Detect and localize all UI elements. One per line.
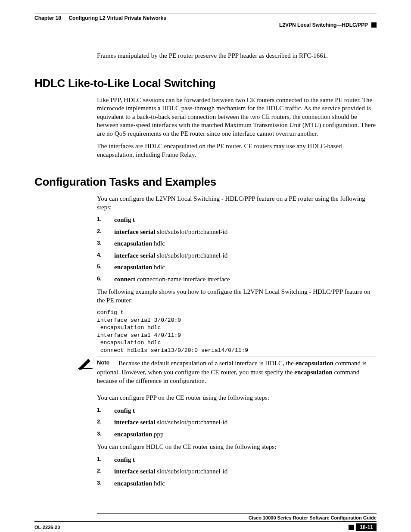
step-number: 3. xyxy=(97,430,109,439)
step-number: 2. xyxy=(97,228,109,236)
step-argument: slot/subslot/port:channel-id xyxy=(155,468,227,475)
step-number: 6. xyxy=(97,275,109,284)
hdlc-section: Like PPP, HDLC sessions can be forwarded… xyxy=(97,96,377,159)
step-argument: slot/subslot/port:channel-id xyxy=(155,419,227,426)
step-argument: connection-name interface interface xyxy=(135,276,230,283)
paragraph: You can configure PPP on the CE router u… xyxy=(97,394,377,402)
step-number: 2. xyxy=(97,418,109,427)
step-text: connect connection-name interface interf… xyxy=(114,275,230,284)
code-example: config t interface serial 3/0/20:0 encap… xyxy=(97,309,377,354)
step-text: encapsulation hdlc xyxy=(114,240,165,248)
step-argument: hdlc xyxy=(152,480,165,487)
chapter-label: Chapter 18 Configuring L2 Virtual Privat… xyxy=(34,15,166,21)
step-command: config t xyxy=(114,407,135,414)
steps-ppp-ce: 1.config t2.interface serial slot/subslo… xyxy=(97,407,377,439)
step-item: 1.config t xyxy=(97,216,377,224)
note-bold: encapsulation xyxy=(296,360,333,367)
step-number: 3. xyxy=(97,479,109,488)
step-item: 2.interface serial slot/subslot/port:cha… xyxy=(97,228,377,236)
step-number: 3. xyxy=(97,240,109,248)
step-argument: hdlc xyxy=(152,240,165,247)
step-text: encapsulation hdlc xyxy=(114,479,165,488)
footer-marker-icon xyxy=(349,525,354,530)
step-item: 3.encapsulation hdlc xyxy=(97,240,377,248)
step-text: encapsulation hdlc xyxy=(114,263,165,272)
paragraph: Like PPP, HDLC sessions can be forwarded… xyxy=(97,96,377,138)
steps-pe-router: 1.config t2.interface serial slot/subslo… xyxy=(97,216,377,283)
step-text: config t xyxy=(114,456,135,464)
step-text: interface serial slot/subslot/port:chann… xyxy=(114,418,227,427)
heading-hdlc-local-switching: HDLC Like-to-Like Local Switching xyxy=(34,77,377,90)
footer-right: 18-11 xyxy=(349,523,377,531)
page-footer: Cisco 10000 Series Router Software Confi… xyxy=(34,513,377,531)
step-item: 3.encapsulation ppp xyxy=(97,430,377,439)
note-text: Because the default encapsulation of a s… xyxy=(118,360,296,367)
page-header-right-row: L2VPN Local Switching—HDLC/PPP xyxy=(34,22,377,30)
step-number: 4. xyxy=(97,252,109,260)
step-argument: slot/subslot/port:channel-id xyxy=(155,252,227,259)
step-text: interface serial slot/subslot/port:chann… xyxy=(114,252,227,260)
step-item: 4.interface serial slot/subslot/port:cha… xyxy=(97,252,377,260)
header-marker-icon xyxy=(371,22,377,28)
note-pencil-icon xyxy=(78,357,93,370)
step-command: connect xyxy=(114,276,135,283)
step-item: 2.interface serial slot/subslot/port:cha… xyxy=(97,467,377,476)
step-command: config t xyxy=(114,216,135,223)
step-command: interface serial xyxy=(114,252,155,259)
section-title: L2VPN Local Switching—HDLC/PPP xyxy=(279,22,368,28)
chapter-title: Configuring L2 Virtual Private Networks xyxy=(68,15,166,21)
step-item: 6.connect connection-name interface inte… xyxy=(97,275,377,284)
step-argument: slot/subslot/port:channel-id xyxy=(155,228,227,235)
step-number: 2. xyxy=(97,467,109,476)
step-argument: ppp xyxy=(152,431,163,438)
step-text: interface serial slot/subslot/port:chann… xyxy=(114,467,227,476)
step-number: 1. xyxy=(97,216,109,224)
svg-rect-0 xyxy=(78,368,92,369)
config-section: You can configure the L2VPN Local Switch… xyxy=(97,195,377,354)
step-item: 2.interface serial slot/subslot/port:cha… xyxy=(97,418,377,427)
note-icon-cell xyxy=(34,357,97,370)
step-argument: hdlc xyxy=(152,264,165,271)
note-block: NoteBecause the default encapsulation of… xyxy=(34,357,377,385)
step-command: interface serial xyxy=(114,228,155,235)
step-number: 5. xyxy=(97,263,109,272)
step-text: interface serial slot/subslot/port:chann… xyxy=(114,228,227,236)
footer-guide-line: Cisco 10000 Series Router Software Confi… xyxy=(97,513,377,520)
intro-paragraph: Frames manipulated by the PE router pres… xyxy=(97,52,377,60)
paragraph: Frames manipulated by the PE router pres… xyxy=(97,52,377,60)
note-body: NoteBecause the default encapsulation of… xyxy=(97,357,377,385)
step-command: encapsulation xyxy=(114,480,152,487)
paragraph: You can configure the L2VPN Local Switch… xyxy=(97,195,377,212)
page-number: 18-11 xyxy=(356,523,377,531)
step-command: config t xyxy=(114,456,135,463)
doc-id: OL-2226-23 xyxy=(34,525,60,530)
chapter-number: Chapter 18 xyxy=(34,15,61,21)
step-text: config t xyxy=(114,216,135,224)
paragraph: The following example shows you how to c… xyxy=(97,288,377,305)
note-label: Note xyxy=(97,359,118,367)
guide-title: Cisco 10000 Series Router Software Confi… xyxy=(249,515,377,520)
step-number: 1. xyxy=(97,407,109,415)
step-text: config t xyxy=(114,407,135,415)
document-page: Chapter 18 Configuring L2 Virtual Privat… xyxy=(0,0,411,532)
paragraph: You can configure HDLC on the CE router … xyxy=(97,443,377,451)
step-text: encapsulation ppp xyxy=(114,430,164,439)
note-bold: encapsulation xyxy=(294,369,332,376)
step-item: 3.encapsulation hdlc xyxy=(97,479,377,488)
paragraph: The interfaces are HDLC encapsulated on … xyxy=(97,142,377,159)
step-command: encapsulation xyxy=(114,264,152,271)
page-header-top: Chapter 18 Configuring L2 Virtual Privat… xyxy=(34,13,377,21)
heading-config-tasks: Configuration Tasks and Examples xyxy=(34,175,377,189)
step-command: encapsulation xyxy=(114,240,152,247)
step-command: interface serial xyxy=(114,468,155,475)
footer-bottom-row: OL-2226-23 18-11 xyxy=(34,521,377,531)
step-command: encapsulation xyxy=(114,431,152,438)
step-item: 1.config t xyxy=(97,407,377,415)
steps-hdlc-ce: 1.config t2.interface serial slot/subslo… xyxy=(97,456,377,488)
ppp-ce-section: You can configure PPP on the CE router u… xyxy=(97,394,377,488)
step-item: 1.config t xyxy=(97,456,377,464)
step-number: 1. xyxy=(97,456,109,464)
step-item: 5.encapsulation hdlc xyxy=(97,263,377,272)
step-command: interface serial xyxy=(114,419,155,426)
